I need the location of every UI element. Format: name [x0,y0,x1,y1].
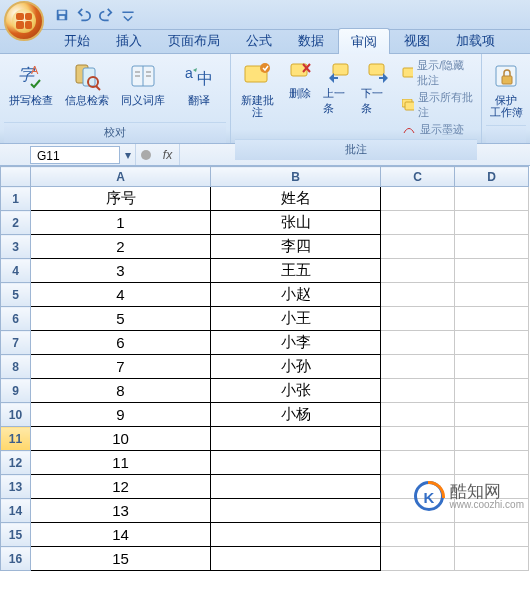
cell[interactable]: 李四 [211,235,381,259]
cell[interactable] [381,235,455,259]
cell[interactable]: 12 [31,475,211,499]
cell[interactable] [211,475,381,499]
cell[interactable] [381,475,455,499]
cell[interactable]: 小李 [211,331,381,355]
cell[interactable]: 4 [31,283,211,307]
name-box[interactable]: G11 [30,146,120,164]
redo-icon[interactable] [98,7,114,23]
cell[interactable]: 14 [31,523,211,547]
row-header[interactable]: 10 [1,403,31,427]
col-header-c[interactable]: C [381,167,455,187]
cell[interactable]: 王五 [211,259,381,283]
cell[interactable]: 姓名 [211,187,381,211]
protect-workbook-button[interactable]: 保护工作簿 [486,56,526,122]
row-header[interactable]: 12 [1,451,31,475]
cell[interactable] [211,451,381,475]
row-header[interactable]: 5 [1,283,31,307]
select-all-corner[interactable] [1,167,31,187]
research-button[interactable]: 信息检索 [60,56,114,110]
spellcheck-button[interactable]: 字A 拼写检查 [4,56,58,110]
cell[interactable] [455,403,529,427]
prev-comment-button[interactable]: 上一条 [321,56,358,120]
tab-insert[interactable]: 插入 [104,28,154,53]
cell[interactable] [381,331,455,355]
cell[interactable]: 小杨 [211,403,381,427]
cell[interactable]: 11 [31,451,211,475]
col-header-a[interactable]: A [31,167,211,187]
cell[interactable] [211,499,381,523]
cell[interactable]: 5 [31,307,211,331]
cell[interactable]: 8 [31,379,211,403]
cell[interactable] [211,523,381,547]
tab-formulas[interactable]: 公式 [234,28,284,53]
cell[interactable] [381,307,455,331]
cell[interactable]: 2 [31,235,211,259]
cell[interactable] [455,235,529,259]
tab-pagelayout[interactable]: 页面布局 [156,28,232,53]
row-header[interactable]: 3 [1,235,31,259]
cell[interactable]: 6 [31,331,211,355]
row-header[interactable]: 7 [1,331,31,355]
row-header[interactable]: 16 [1,547,31,571]
show-hide-comment-toggle[interactable]: 显示/隐藏批注 [402,58,473,88]
col-header-b[interactable]: B [211,167,381,187]
cell[interactable] [381,403,455,427]
cell[interactable] [455,427,529,451]
cell[interactable] [381,523,455,547]
cell[interactable] [211,427,381,451]
office-button[interactable] [4,1,44,41]
row-header[interactable]: 15 [1,523,31,547]
cell[interactable]: 小孙 [211,355,381,379]
fx-button[interactable]: fx [156,144,180,165]
cell[interactable] [381,355,455,379]
row-header[interactable]: 6 [1,307,31,331]
cell[interactable] [455,307,529,331]
cell[interactable]: 7 [31,355,211,379]
cell[interactable]: 9 [31,403,211,427]
cell[interactable]: 13 [31,499,211,523]
cell[interactable] [455,283,529,307]
tab-review[interactable]: 审阅 [338,28,390,54]
cell[interactable] [211,547,381,571]
cell[interactable] [455,475,529,499]
row-header[interactable]: 1 [1,187,31,211]
cell[interactable] [455,499,529,523]
cell[interactable] [455,187,529,211]
new-comment-button[interactable]: 新建批注 [235,56,280,122]
cell[interactable]: 小张 [211,379,381,403]
cell[interactable] [455,451,529,475]
cell[interactable] [455,211,529,235]
cell[interactable] [455,259,529,283]
sheet-table[interactable]: A B C D 1序号姓名21张山32李四43王五54小赵65小王76小李87小… [0,166,529,571]
cell[interactable] [381,379,455,403]
undo-icon[interactable] [76,7,92,23]
tab-addins[interactable]: 加载项 [444,28,507,53]
cell[interactable] [381,283,455,307]
row-header[interactable]: 11 [1,427,31,451]
cell[interactable]: 小王 [211,307,381,331]
save-icon[interactable] [54,7,70,23]
cell[interactable]: 15 [31,547,211,571]
delete-comment-button[interactable]: 删除 [282,56,319,105]
row-header[interactable]: 9 [1,379,31,403]
qat-dropdown-icon[interactable] [120,7,136,23]
cell[interactable]: 3 [31,259,211,283]
cell[interactable]: 1 [31,211,211,235]
cell[interactable] [455,547,529,571]
row-header[interactable]: 14 [1,499,31,523]
translate-button[interactable]: a中 翻译 [172,56,226,110]
cell[interactable]: 序号 [31,187,211,211]
cell[interactable] [381,451,455,475]
thesaurus-button[interactable]: 同义词库 [116,56,170,110]
cell[interactable] [455,523,529,547]
show-ink-toggle[interactable]: 显示墨迹 [402,122,473,137]
row-header[interactable]: 4 [1,259,31,283]
row-header[interactable]: 2 [1,211,31,235]
tab-data[interactable]: 数据 [286,28,336,53]
tab-home[interactable]: 开始 [52,28,102,53]
cell[interactable] [381,187,455,211]
cell[interactable] [455,379,529,403]
row-header[interactable]: 8 [1,355,31,379]
cell[interactable]: 小赵 [211,283,381,307]
cell[interactable]: 张山 [211,211,381,235]
